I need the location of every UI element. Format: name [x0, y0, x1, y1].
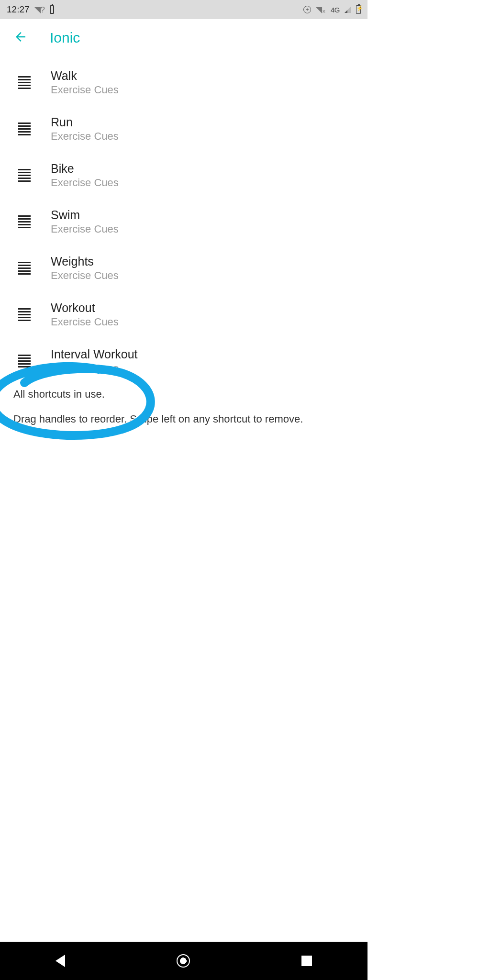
- drag-handle-icon[interactable]: [18, 215, 31, 228]
- phone-icon: [50, 5, 54, 14]
- drag-handle-icon[interactable]: [18, 76, 31, 89]
- drag-handle-icon[interactable]: [18, 262, 31, 275]
- wifi-x-icon: ◥ₓ: [316, 5, 326, 15]
- exercise-list: Walk Exercise Cues Run Exercise Cues Bik…: [0, 59, 368, 384]
- exercise-name: Run: [51, 115, 119, 129]
- exercise-subtitle: Exercise Cues: [51, 362, 138, 375]
- list-item[interactable]: Workout Exercise Cues: [0, 291, 368, 338]
- exercise-subtitle: Exercise Cues: [51, 177, 119, 189]
- drag-handle-icon[interactable]: [18, 169, 31, 182]
- arrow-left-icon: [13, 30, 28, 44]
- back-button[interactable]: [13, 30, 28, 46]
- footer-text-block: All shortcuts in use. Drag handles to re…: [0, 384, 368, 427]
- exercise-name: Walk: [51, 69, 119, 83]
- app-header: Ionic: [0, 19, 368, 59]
- list-item[interactable]: Walk Exercise Cues: [0, 59, 368, 106]
- drag-handle-icon[interactable]: [18, 355, 31, 368]
- exercise-subtitle: Exercise Cues: [51, 223, 119, 235]
- exercise-name: Swim: [51, 208, 119, 222]
- list-item[interactable]: Weights Exercise Cues: [0, 245, 368, 291]
- page-title: Ionic: [50, 30, 80, 46]
- exercise-subtitle: Exercise Cues: [51, 316, 119, 328]
- list-item[interactable]: Interval Workout Exercise Cues: [0, 338, 368, 384]
- data-saver-icon: +: [303, 6, 311, 13]
- battery-charging-icon: [356, 5, 361, 14]
- exercise-name: Interval Workout: [51, 347, 138, 361]
- wifi-unknown-icon: ◥?: [34, 5, 45, 15]
- exercise-name: Workout: [51, 301, 119, 315]
- status-bar: 12:27 ◥? + ◥ₓ 4G: [0, 0, 368, 19]
- shortcuts-status: All shortcuts in use.: [13, 386, 354, 402]
- status-clock: 12:27: [7, 4, 30, 15]
- reorder-hint: Drag handles to reorder. Swipe left on a…: [13, 411, 354, 427]
- drag-handle-icon[interactable]: [18, 308, 31, 321]
- exercise-name: Bike: [51, 162, 119, 176]
- drag-handle-icon[interactable]: [18, 122, 31, 135]
- list-item[interactable]: Swim Exercise Cues: [0, 199, 368, 245]
- network-type-label: 4G: [331, 6, 340, 14]
- exercise-subtitle: Exercise Cues: [51, 130, 119, 143]
- exercise-subtitle: Exercise Cues: [51, 84, 119, 96]
- list-item[interactable]: Run Exercise Cues: [0, 106, 368, 152]
- list-item[interactable]: Bike Exercise Cues: [0, 152, 368, 199]
- cell-signal-icon: [345, 6, 351, 13]
- exercise-subtitle: Exercise Cues: [51, 269, 119, 282]
- exercise-name: Weights: [51, 255, 119, 268]
